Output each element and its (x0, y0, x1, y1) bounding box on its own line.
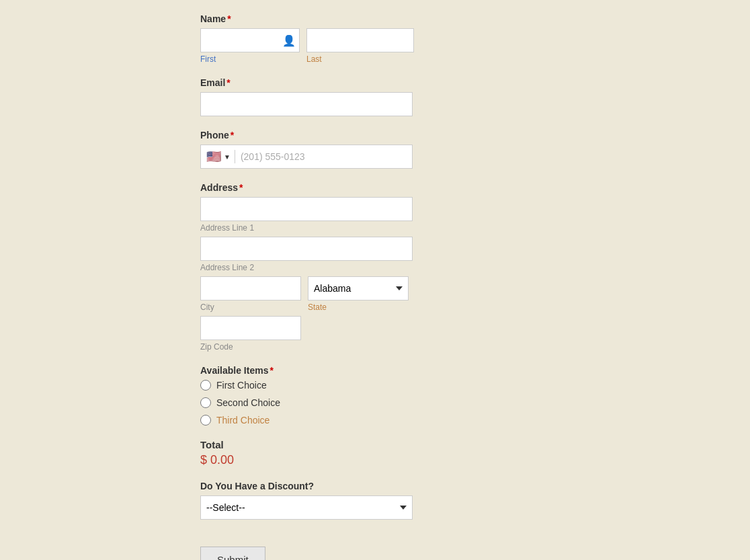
available-items-label-text: Available Items (200, 365, 268, 376)
radio-first-label: First Choice (216, 380, 267, 391)
name-label-text: Name (200, 13, 226, 24)
address-label-text: Address (200, 182, 238, 193)
city-label: City (200, 303, 301, 312)
address-line1-label: Address Line 1 (200, 223, 470, 233)
country-flag-selector[interactable]: 🇺🇸 ▼ (206, 149, 231, 164)
address-line2-wrapper: Address Line 2 (200, 237, 470, 272)
state-wrapper: Alabama Alaska Arizona Arkansas Californ… (308, 276, 409, 312)
address-line1-input[interactable] (200, 197, 413, 221)
name-row: 👤 First Last (200, 28, 470, 64)
phone-field-group: Phone* 🇺🇸 ▼ (201) 555-0123 (200, 130, 470, 169)
last-name-input[interactable] (306, 28, 414, 52)
form-container: Name* 👤 First Last Email* Phone* (0, 0, 470, 560)
radio-item-second: Second Choice (200, 397, 470, 408)
radio-group: First Choice Second Choice Third Choice (200, 380, 470, 426)
radio-third-label: Third Choice (216, 415, 269, 426)
phone-divider (235, 150, 235, 163)
radio-first-choice[interactable] (200, 380, 211, 391)
city-wrapper: City (200, 276, 301, 312)
email-required-star: * (226, 77, 230, 88)
discount-select-wrapper: --Select-- Yes No (200, 495, 413, 520)
name-field-group: Name* 👤 First Last (200, 13, 470, 64)
us-flag-icon: 🇺🇸 (206, 149, 221, 164)
zip-label: Zip Code (200, 342, 470, 352)
phone-row: 🇺🇸 ▼ (201) 555-0123 (200, 145, 413, 169)
name-label: Name* (200, 13, 470, 24)
address-required-star: * (239, 182, 243, 193)
available-items-label: Available Items* (200, 365, 470, 376)
address-line1-wrapper: Address Line 1 (200, 197, 470, 233)
email-field-group: Email* (200, 77, 470, 116)
radio-second-choice[interactable] (200, 397, 211, 408)
zip-input[interactable] (200, 316, 301, 340)
city-input[interactable] (200, 276, 301, 301)
address-line2-label: Address Line 2 (200, 263, 470, 272)
address-label: Address* (200, 182, 470, 193)
state-select[interactable]: Alabama Alaska Arizona Arkansas Californ… (308, 276, 409, 301)
discount-field-group: Do You Have a Discount? --Select-- Yes N… (200, 481, 470, 520)
address-line2-input[interactable] (200, 237, 413, 261)
email-label: Email* (200, 77, 470, 88)
available-items-required-star: * (269, 365, 273, 376)
first-name-icon-wrapper: 👤 (200, 28, 300, 52)
total-label: Total (200, 439, 470, 450)
flag-dropdown-arrow: ▼ (224, 153, 231, 161)
phone-label: Phone* (200, 130, 470, 141)
phone-required-star: * (231, 130, 234, 141)
available-items-field-group: Available Items* First Choice Second Cho… (200, 365, 470, 426)
email-label-text: Email (200, 77, 225, 88)
discount-select[interactable]: --Select-- Yes No (200, 495, 413, 520)
email-input[interactable] (200, 92, 413, 116)
total-value: $ 0.00 (200, 453, 470, 467)
zip-wrapper: Zip Code (200, 316, 470, 352)
submit-button[interactable]: Submit (200, 547, 265, 560)
total-section: Total $ 0.00 (200, 439, 470, 467)
discount-label-text: Do You Have a Discount? (200, 481, 314, 491)
phone-label-text: Phone (200, 130, 229, 141)
radio-item-third: Third Choice (200, 415, 470, 426)
radio-third-choice[interactable] (200, 415, 211, 426)
radio-item-first: First Choice (200, 380, 470, 391)
address-field-group: Address* Address Line 1 Address Line 2 C… (200, 182, 470, 352)
name-required-star: * (227, 13, 231, 24)
discount-label: Do You Have a Discount? (200, 481, 470, 491)
first-name-input[interactable] (200, 28, 300, 52)
phone-placeholder-text: (201) 555-0123 (241, 151, 305, 162)
city-state-row: City Alabama Alaska Arizona Arkansas Cal… (200, 276, 470, 312)
radio-second-label: Second Choice (216, 397, 280, 408)
first-name-wrapper: 👤 First (200, 28, 300, 64)
state-label: State (308, 303, 409, 312)
last-name-label: Last (306, 54, 414, 64)
last-name-wrapper: Last (306, 28, 414, 64)
first-name-label: First (200, 54, 300, 64)
